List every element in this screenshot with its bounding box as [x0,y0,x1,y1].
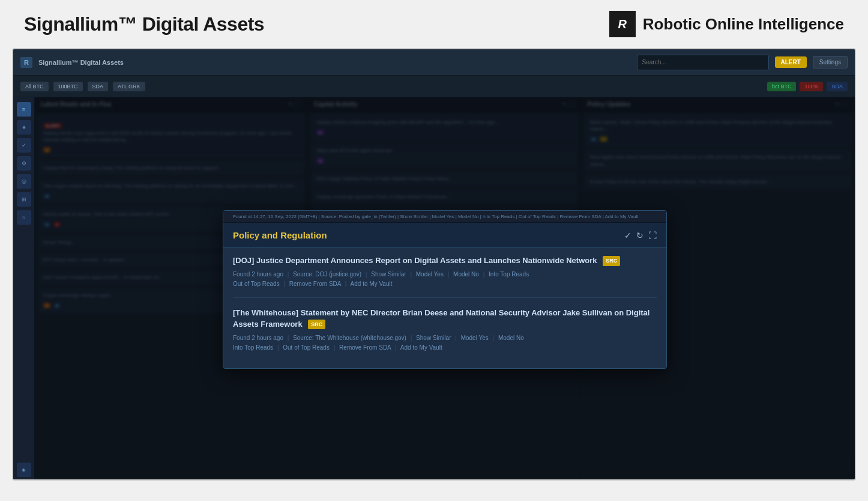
modal-body: [DOJ] Justice Department Announces Repor… [223,248,666,368]
news-meta-1: Found 2 hours ago | Source: The Whitehou… [233,333,657,353]
modal-header: Policy and Regulation ✓ ↻ ⛶ [223,223,666,248]
sidebar-icon-2[interactable]: ✓ [17,138,31,153]
news-title-1: [The Whitehouse] Statement by NEC Direct… [233,308,657,329]
out-top-reads-1[interactable]: Out of Top Reads [283,344,330,351]
out-top-reads-0[interactable]: Out of Top Reads [233,281,280,287]
sidebar-icon-6[interactable]: ○ [17,210,31,225]
status-bct: bct BTC [767,82,797,91]
modal-controls: ✓ ↻ ⛶ [624,231,657,240]
model-yes-0[interactable]: Model Yes [416,271,444,278]
sidebar-icon-4[interactable]: ◎ [17,174,31,189]
settings-button[interactable]: Settings [813,56,848,68]
show-similar-0[interactable]: Show Similar [371,271,406,278]
logo-text: Robotic Online Intelligence [643,15,844,34]
news-meta-0: Found 2 hours ago | Source: DOJ (justice… [233,270,657,289]
columns-area: Latest Reads and In Flux ✎ ⛶ ALERT Galax… [35,97,855,481]
news-source-1: Source: The Whitehouse (whitehouse.gov) [293,335,406,341]
prev-item-strip: Found at 14:27, 16 Sep, 2022 (GMT+8) | S… [223,211,666,223]
outer-header: Signallium™ Digital Assets R Robotic Onl… [0,0,868,48]
modal-title: Policy and Regulation [233,230,327,240]
status-sda: SDA [827,82,848,91]
model-no-0[interactable]: Model No [453,271,479,278]
toolbar-tab-1[interactable]: 100BTC [53,82,83,91]
remove-sda-1[interactable]: Remove From SDA [339,344,391,351]
sidebar-icon-bottom[interactable]: ◈ [17,463,31,477]
into-top-reads-1[interactable]: Into Top Reads [233,344,273,351]
app-content: ≡ ★ ✓ ⚙ ◎ ⊞ ○ ◈ Latest Reads and In Flux… [13,97,855,481]
model-yes-1[interactable]: Model Yes [461,335,489,341]
app-toolbar: All BTC 100BTC SDA ATL GRK bct BTC 100% … [13,76,855,97]
add-vault-1[interactable]: Add to My Vault [400,344,442,351]
news-item-0: [DOJ] Justice Department Announces Repor… [233,255,657,298]
sidebar-icon-0[interactable]: ≡ [17,102,31,117]
screenshot-frame: R Signallium™ Digital Assets ALERT Setti… [12,48,856,481]
modal-overlay: Found at 14:27, 16 Sep, 2022 (GMT+8) | S… [35,97,855,481]
show-similar-1[interactable]: Show Similar [416,335,451,341]
news-badge-1: SRC [308,320,325,330]
modal-check-button[interactable]: ✓ [624,231,631,240]
company-logo: R Robotic Online Intelligence [609,11,844,37]
news-item-1: [The Whitehouse] Statement by NEC Direct… [233,308,657,360]
news-time-0: Found 2 hours ago [233,271,283,278]
into-top-reads-0[interactable]: Into Top Reads [489,271,529,278]
toolbar-tab-3[interactable]: ATL GRK [113,82,145,91]
logo-icon: R [609,11,636,37]
modal-expand-button[interactable]: ⛶ [648,231,657,240]
add-vault-0[interactable]: Add to My Vault [351,281,393,287]
page-title: Signallium™ Digital Assets [24,13,264,35]
modal-refresh-button[interactable]: ↻ [636,231,643,240]
app-logo: R [20,57,32,68]
toolbar-tab-2[interactable]: SDA [88,82,109,91]
sidebar-icon-1[interactable]: ★ [17,120,31,135]
left-sidebar: ≡ ★ ✓ ⚙ ◎ ⊞ ○ ◈ [13,97,35,481]
app-nav-title: Signallium™ Digital Assets [38,59,124,66]
policy-regulation-modal: Found at 14:27, 16 Sep, 2022 (GMT+8) | S… [223,210,667,369]
status-100: 100% [800,82,823,91]
news-time-1: Found 2 hours ago [233,335,283,341]
sidebar-icon-3[interactable]: ⚙ [17,156,31,171]
toolbar-tab-0[interactable]: All BTC [20,82,49,91]
news-title-0: [DOJ] Justice Department Announces Repor… [233,255,657,266]
app-navbar: R Signallium™ Digital Assets ALERT Setti… [13,49,855,76]
remove-sda-0[interactable]: Remove From SDA [289,281,341,287]
alert-button[interactable]: ALERT [775,56,807,68]
news-source-0: Source: DOJ (justice.gov) [293,271,361,278]
search-input[interactable] [637,55,769,70]
model-no-1[interactable]: Model No [498,335,524,341]
news-badge-0: SRC [603,256,620,266]
sidebar-icon-5[interactable]: ⊞ [17,192,31,207]
